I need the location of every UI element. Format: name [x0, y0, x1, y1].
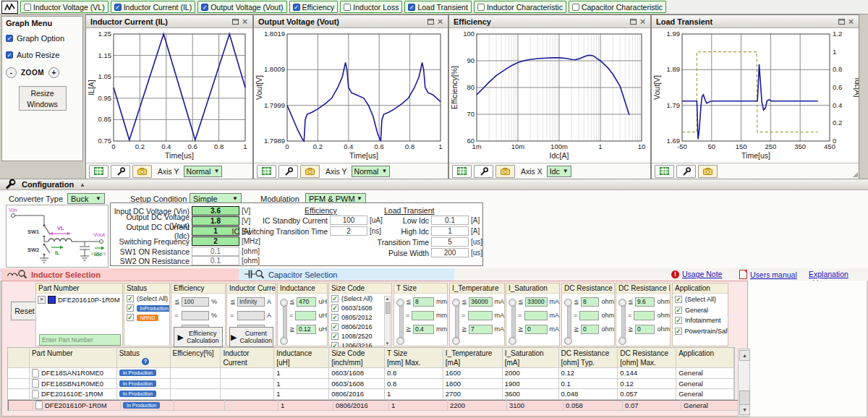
filter-value-input[interactable]: Infinity — [237, 297, 265, 307]
configuration-header[interactable]: Configuration ▲ — [0, 179, 868, 190]
graph-toggle-load-transient[interactable]: Load Transient — [404, 1, 471, 13]
t-size-range-slider[interactable] — [396, 299, 404, 345]
tab-capacitor-selection[interactable]: Capacitor Selection — [239, 268, 454, 281]
table-header-cell[interactable]: T Size [mm] Max. — [385, 348, 443, 367]
close-icon[interactable]: × — [435, 17, 445, 26]
filter-value-input[interactable] — [412, 311, 434, 320]
scroll-up-icon[interactable]: ▲ — [739, 350, 750, 361]
filter-value-input[interactable]: 36000 — [469, 297, 493, 307]
pulse-width-input[interactable]: 200 — [431, 248, 469, 257]
filter-checkbox-row[interactable]: (Select All) — [127, 295, 169, 304]
i-saturation-range-slider[interactable] — [509, 299, 516, 345]
graph-toggle-inductor-characteristic[interactable]: Inductor Characteristic — [474, 1, 566, 13]
chart-settings-button[interactable] — [474, 165, 493, 178]
checkbox[interactable] — [477, 4, 485, 11]
filter-value-input[interactable] — [237, 311, 265, 320]
table-header-cell[interactable]: Size Code [inch/mm] — [329, 348, 385, 367]
checkbox[interactable] — [344, 4, 351, 11]
filter-value-input[interactable]: 470 — [297, 297, 316, 307]
filter-value-input[interactable]: 100 — [182, 297, 209, 307]
window-titlebar[interactable]: Load Transient × — [652, 15, 859, 28]
maximize-icon[interactable] — [426, 17, 435, 26]
reset-button[interactable]: Reset — [11, 302, 38, 320]
filter-value-input[interactable]: 0.4 — [413, 325, 434, 334]
export-table-button[interactable] — [655, 165, 674, 178]
snapshot-camera-button[interactable] — [698, 165, 718, 178]
filter-value-input[interactable]: 0.12 — [297, 325, 316, 334]
filter-checkbox-row[interactable]: (Select All) — [675, 295, 728, 304]
graph-toggle-capacitor-characteristic[interactable]: Capacitor Characteristic — [569, 1, 666, 13]
table-scrollbar[interactable]: ▲ ▼ — [738, 349, 750, 417]
scroll-down-icon[interactable]: ▼ — [739, 404, 750, 415]
auto-resize-checkbox-row[interactable]: Auto Resize — [6, 51, 79, 59]
window-titlebar[interactable]: Inductor Current (IL) × — [86, 15, 252, 28]
filter-checkbox-row[interactable]: (Select All) — [331, 295, 391, 304]
axis-x-select[interactable]: Idc▼ — [547, 166, 571, 177]
window-titlebar[interactable]: Efficiency × — [449, 15, 650, 28]
table-header-cell[interactable]: Efficiency[%] — [171, 348, 221, 367]
high-idc-input[interactable]: 1 — [431, 226, 469, 236]
table-header-cell[interactable]: Status? — [117, 348, 171, 367]
converter-type-select[interactable]: Buck▼ — [67, 193, 105, 204]
checkbox[interactable] — [331, 323, 339, 330]
checkbox[interactable] — [331, 295, 339, 302]
snapshot-camera-button[interactable] — [300, 165, 320, 178]
window-titlebar[interactable]: Output Voltage (Vout) × — [254, 15, 448, 28]
graph-option-checkbox-row[interactable]: Graph Option — [6, 34, 79, 43]
export-table-button[interactable] — [257, 165, 276, 178]
vin-input[interactable]: 3.6 — [192, 206, 239, 216]
zoom-in-button[interactable]: + — [48, 67, 59, 78]
checkbox[interactable] — [127, 295, 134, 302]
filter-value-input[interactable] — [524, 311, 548, 320]
filter-checkbox-row[interactable]: General — [675, 305, 728, 315]
status-help-icon[interactable]: ? — [142, 358, 149, 365]
graph-toggle-output-voltage[interactable]: Output Voltage (Vout) — [197, 1, 286, 13]
snapshot-camera-button[interactable] — [132, 165, 152, 178]
checkbox[interactable] — [331, 314, 339, 321]
filter-value-input[interactable] — [579, 311, 599, 320]
graph-toggle-inductor-current[interactable]: Inductor Current (IL) — [111, 1, 196, 13]
filter-checkbox-row[interactable]: 0806/2016 — [331, 323, 391, 332]
part-number-input[interactable]: Enter Part Number — [39, 334, 121, 346]
filter-checkbox-row[interactable]: 0603/1608 — [331, 304, 391, 313]
snapshot-camera-button[interactable] — [495, 165, 515, 178]
close-icon[interactable]: × — [638, 17, 647, 26]
graph-toggle-inductor-loss[interactable]: Inductor Loss — [340, 1, 402, 13]
filter-value-input[interactable]: 0 — [525, 325, 548, 334]
table-header-cell[interactable]: DC Resistance [ohm] Max. — [618, 348, 676, 367]
ic-switching-transition-input[interactable]: 2 — [330, 226, 367, 236]
table-row[interactable]: DFE201610P-1R0MIn Production10806/201612… — [8, 400, 743, 411]
ic-standby-current-input[interactable]: 100 — [330, 216, 367, 225]
filter-checkbox-row[interactable]: Powertrain/Safety — [675, 326, 728, 336]
export-table-button[interactable] — [89, 165, 109, 178]
filter-checkbox-row[interactable]: Infotainment — [675, 316, 728, 325]
filter-value-input[interactable]: 8 — [581, 297, 599, 307]
table-header-cell[interactable]: Part Number — [30, 348, 117, 367]
checkbox[interactable] — [572, 4, 579, 11]
filter-checkbox-row[interactable]: 0805/2012 — [331, 314, 391, 323]
graph-toggle-inductor-voltage[interactable]: Inductor Voltage (VL) — [20, 1, 109, 13]
checkbox[interactable] — [331, 304, 339, 312]
filter-checkbox-row[interactable]: 1008/2520 — [331, 333, 391, 341]
sw1-resistance-input[interactable]: 0.1 — [192, 247, 239, 256]
maximize-icon[interactable] — [629, 17, 638, 26]
chart-settings-button[interactable] — [278, 165, 298, 178]
close-icon[interactable]: × — [846, 17, 856, 26]
checkbox[interactable] — [331, 333, 339, 340]
current-calculation-button[interactable]: ▶Current Calculation — [229, 327, 273, 347]
table-header-cell[interactable]: I_Saturation [mA] — [503, 348, 559, 367]
filter-checkbox-row[interactable]: InProduction — [127, 304, 169, 313]
maximize-icon[interactable] — [837, 17, 846, 26]
filter-value-input[interactable]: 0 — [581, 325, 599, 334]
table-header-cell[interactable] — [8, 348, 30, 367]
checkbox[interactable] — [293, 4, 300, 11]
table-row[interactable]: DFE18SAN1R0ME0In Production10603/16080.8… — [8, 368, 734, 379]
collapse-arrow-icon[interactable]: ▲ — [80, 182, 85, 188]
dcr-typ-range-slider[interactable] — [564, 299, 572, 345]
close-icon[interactable]: × — [240, 17, 250, 26]
resize-windows-button[interactable]: Resize Windows — [19, 86, 67, 111]
filter-value-input[interactable]: 8 — [413, 297, 434, 307]
sw2-resistance-input[interactable]: 0.1 — [192, 256, 239, 265]
users-manual-link[interactable]: Users manual — [750, 270, 797, 279]
inductance-range-slider[interactable] — [280, 299, 288, 345]
